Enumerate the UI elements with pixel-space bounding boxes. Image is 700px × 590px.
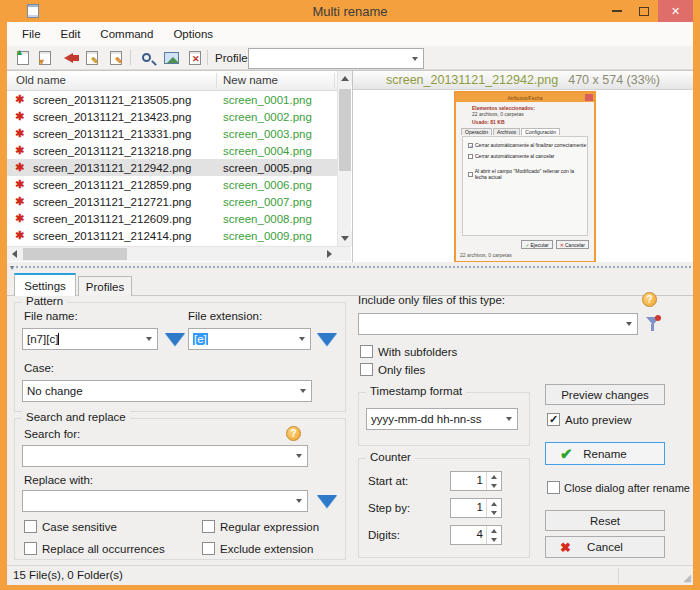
- chevron-down-icon[interactable]: [291, 491, 307, 511]
- old-name-cell: screen_20131121_213423.png: [33, 111, 223, 123]
- auto-preview-label: Auto preview: [565, 414, 631, 426]
- file-row[interactable]: ✱screen_20131121_212859.pngscreen_0006.p…: [7, 176, 337, 193]
- reset-button[interactable]: Reset: [545, 510, 665, 531]
- file-extension-pattern-menu-button[interactable]: [317, 333, 337, 346]
- old-name-cell: screen_20131121_213218.png: [33, 145, 223, 157]
- step-by-value: 1: [451, 499, 486, 517]
- column-new-name[interactable]: New name: [223, 74, 278, 86]
- timestamp-format-value: yyyy-mm-dd hh-nn-ss: [367, 413, 501, 425]
- menu-file[interactable]: File: [15, 26, 48, 42]
- close-button[interactable]: ✕: [658, 0, 693, 22]
- file-name-label: File name:: [24, 310, 78, 322]
- maximize-button[interactable]: [631, 0, 657, 22]
- error-log-icon: ✕: [189, 51, 201, 65]
- spin-up-icon[interactable]: [487, 526, 501, 535]
- include-files-label: Include only files of this type:: [358, 294, 505, 306]
- chevron-down-icon[interactable]: [141, 329, 157, 349]
- scroll-up-button[interactable]: [338, 71, 352, 86]
- only-files-checkbox[interactable]: [360, 363, 373, 376]
- timestamp-format-combobox[interactable]: yyyy-mm-dd hh-nn-ss: [366, 408, 518, 430]
- old-name-cell: screen_20131121_213331.png: [33, 128, 223, 140]
- preview-pane: screen_20131121_212942.png 470 x 574 (33…: [352, 71, 693, 263]
- rename-lock-button[interactable]: ✎: [82, 48, 102, 67]
- undo-rename-icon: [64, 53, 73, 63]
- splitter-collapse-icon[interactable]: ▾: [10, 263, 14, 272]
- file-name-combobox[interactable]: [n7][c]: [22, 328, 158, 350]
- rename-edit-button[interactable]: ✎: [106, 48, 126, 67]
- list-header: Old name New name: [7, 71, 337, 91]
- chevron-down-icon[interactable]: [295, 381, 311, 401]
- spin-down-icon[interactable]: [487, 481, 501, 490]
- case-combobox[interactable]: No change: [22, 380, 312, 402]
- scroll-left-button[interactable]: [7, 247, 22, 261]
- replace-with-combobox[interactable]: [22, 490, 308, 512]
- help-icon[interactable]: ?: [286, 426, 301, 441]
- minimize-button[interactable]: [604, 0, 630, 22]
- file-name-pattern-menu-button[interactable]: [165, 333, 185, 346]
- error-log-button[interactable]: ✕: [185, 48, 205, 67]
- file-row[interactable]: ✱screen_20131121_213423.pngscreen_0002.p…: [7, 108, 337, 125]
- tab-settings[interactable]: Settings: [14, 273, 76, 296]
- chevron-down-icon[interactable]: [407, 49, 423, 68]
- file-row[interactable]: ✱screen_20131121_212721.pngscreen_0007.p…: [7, 193, 337, 210]
- spin-down-icon[interactable]: [487, 508, 501, 517]
- menu-command[interactable]: Command: [93, 26, 160, 42]
- file-row[interactable]: ✱screen_20131121_212942.pngscreen_0005.p…: [7, 159, 337, 176]
- file-row[interactable]: ✱screen_20131121_213505.pngscreen_0001.p…: [7, 91, 337, 108]
- horizontal-scrollbar[interactable]: [7, 246, 351, 261]
- start-at-label: Start at:: [368, 475, 408, 487]
- chevron-down-icon[interactable]: [501, 409, 517, 429]
- chevron-down-icon[interactable]: [294, 329, 310, 349]
- file-row[interactable]: ✱screen_20131121_212609.pngscreen_0008.p…: [7, 210, 337, 227]
- search-for-combobox[interactable]: [22, 445, 308, 467]
- spin-up-icon[interactable]: [487, 472, 501, 481]
- rename-button[interactable]: ✔ Rename: [545, 442, 665, 465]
- vertical-scrollbar[interactable]: [337, 71, 351, 246]
- preview-changes-button[interactable]: Preview changes: [545, 384, 665, 405]
- case-sensitive-checkbox[interactable]: [24, 520, 37, 533]
- file-extension-combobox[interactable]: [e]: [188, 328, 311, 350]
- image-file-icon: ✱: [15, 145, 28, 156]
- view-image-button[interactable]: [161, 48, 181, 67]
- exclude-extension-checkbox[interactable]: [202, 542, 215, 555]
- undo-rename-button[interactable]: [58, 48, 78, 67]
- spin-down-icon[interactable]: [487, 535, 501, 544]
- replace-all-checkbox[interactable]: [24, 542, 37, 555]
- file-row[interactable]: ✱screen_20131121_212414.pngscreen_0009.p…: [7, 227, 337, 244]
- spin-up-icon[interactable]: [487, 499, 501, 508]
- splitter-handle[interactable]: ▾: [7, 262, 693, 272]
- file-row[interactable]: ✱screen_20131121_213331.pngscreen_0003.p…: [7, 125, 337, 142]
- step-by-spinner[interactable]: 1: [450, 498, 502, 518]
- replace-pattern-menu-button[interactable]: [317, 495, 337, 508]
- chevron-down-icon[interactable]: [621, 314, 637, 334]
- help-icon[interactable]: ?: [642, 292, 657, 307]
- include-files-combobox[interactable]: [358, 313, 638, 335]
- old-name-cell: screen_20131121_212721.png: [33, 196, 223, 208]
- scroll-right-button[interactable]: [322, 247, 337, 261]
- close-after-rename-checkbox[interactable]: [547, 481, 560, 494]
- cancel-button[interactable]: ✖ Cancel: [545, 536, 665, 558]
- scroll-down-button[interactable]: [338, 231, 352, 246]
- minimize-icon: [612, 10, 622, 12]
- chevron-down-icon[interactable]: [291, 446, 307, 466]
- auto-preview-checkbox[interactable]: ✓: [547, 413, 560, 426]
- menu-edit[interactable]: Edit: [54, 26, 88, 42]
- file-list-region: Old name New name ✱screen_20131121_21350…: [7, 70, 693, 262]
- menu-options[interactable]: Options: [166, 26, 220, 42]
- vertical-scroll-thumb[interactable]: [339, 89, 351, 171]
- thumb-close-icon: [585, 94, 593, 101]
- column-old-name[interactable]: Old name: [16, 74, 66, 86]
- horizontal-scroll-thumb[interactable]: [23, 248, 127, 260]
- tab-profiles[interactable]: Profiles: [78, 276, 132, 296]
- file-row[interactable]: ✱screen_20131121_213218.pngscreen_0004.p…: [7, 142, 337, 159]
- profile-combobox[interactable]: [248, 48, 424, 69]
- filter-icon[interactable]: [645, 315, 661, 333]
- resize-grip[interactable]: ◢: [683, 572, 691, 583]
- with-subfolders-checkbox[interactable]: [360, 345, 373, 358]
- save-profile-button[interactable]: ▼: [35, 48, 55, 67]
- digits-spinner[interactable]: 4: [450, 525, 502, 545]
- open-profile-button[interactable]: ▲: [13, 48, 33, 67]
- start-at-spinner[interactable]: 1: [450, 471, 502, 491]
- preview-document-button[interactable]: [136, 48, 156, 67]
- regular-expression-checkbox[interactable]: [202, 520, 215, 533]
